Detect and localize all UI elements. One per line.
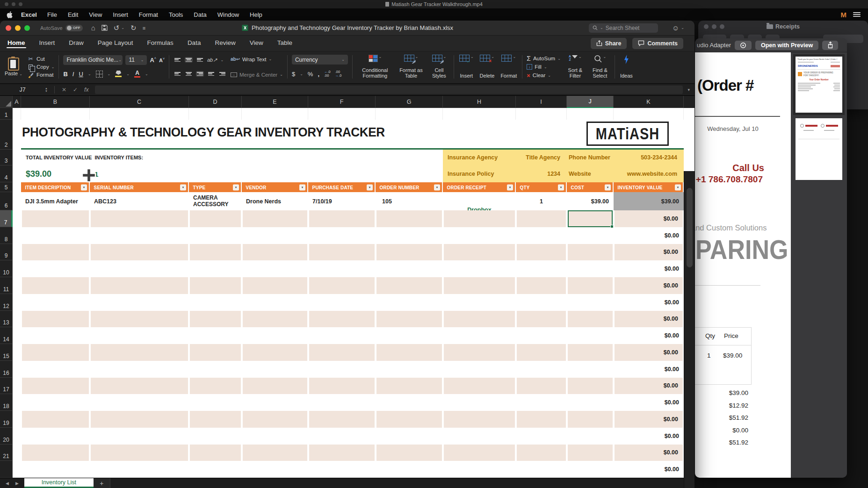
grid-cell[interactable] — [308, 361, 376, 378]
grid-cell[interactable] — [308, 277, 376, 294]
row-header-11[interactable]: 11 — [0, 277, 13, 294]
grid-cell[interactable] — [516, 277, 567, 294]
percent-format-icon[interactable]: % — [308, 71, 313, 78]
column-header-E[interactable]: E — [242, 96, 308, 108]
grid-cell[interactable] — [443, 294, 516, 311]
row-header-9[interactable]: 9 — [0, 244, 13, 261]
grid-cell[interactable] — [242, 344, 308, 361]
table-header-purchase-date[interactable]: PURCHASE DATE▼ — [308, 182, 376, 192]
grid-cell[interactable] — [189, 277, 242, 294]
apple-menu[interactable] — [7, 11, 13, 18]
tab-scroll-left-icon[interactable]: ◀ — [6, 481, 9, 486]
grid-cell[interactable] — [90, 394, 189, 411]
grid-cell[interactable] — [13, 344, 21, 361]
italic-button[interactable]: I — [72, 71, 74, 78]
ideas-button[interactable]: Ideas — [619, 54, 634, 79]
share-button[interactable]: Share — [591, 38, 627, 49]
column-header-G[interactable]: G — [376, 96, 443, 108]
cell-inventory-value-empty[interactable]: $0.00 — [614, 327, 684, 344]
align-center-icon[interactable] — [185, 71, 193, 77]
filter-dropdown-icon[interactable]: ▼ — [367, 184, 373, 190]
cell-inventory-value-empty[interactable]: $0.00 — [614, 227, 684, 244]
grid-cell[interactable] — [189, 311, 242, 328]
grid-cell[interactable] — [90, 411, 189, 428]
grid-cell[interactable] — [567, 277, 614, 294]
cell-inventory-value-empty[interactable]: $0.00 — [614, 428, 684, 445]
grid-cell[interactable] — [13, 461, 21, 478]
table-header-serial-number[interactable]: SERIAL NUMBER▼ — [90, 182, 189, 192]
grid-cell[interactable] — [242, 260, 308, 277]
grid-cell[interactable] — [242, 227, 308, 244]
total-value-label[interactable]: TOTAL INVENTORY VALUE — [26, 155, 92, 160]
open-with-preview-button[interactable]: Open with Preview — [755, 41, 818, 50]
menu-file[interactable]: File — [47, 11, 57, 18]
grid-cell[interactable] — [242, 361, 308, 378]
grid-cell[interactable] — [13, 108, 21, 120]
insert-function-icon[interactable]: fx — [84, 86, 89, 93]
row-header-19[interactable]: 19 — [0, 411, 13, 428]
cell-inventory-value-empty[interactable]: $0.00 — [614, 361, 684, 378]
cell-type[interactable]: CAMERA ACCESSORY — [189, 192, 242, 210]
cell-inventory-value-empty[interactable]: $0.00 — [614, 378, 684, 395]
row-header-7[interactable]: 7 — [0, 210, 13, 227]
copy-button[interactable]: Copy ⌄ — [27, 63, 55, 71]
grid-cell[interactable] — [567, 311, 614, 328]
number-format-select[interactable]: Currency⌄ — [292, 55, 348, 65]
grid-cell[interactable] — [308, 411, 376, 428]
cell-inventory-value-empty[interactable]: $0.00 — [614, 277, 684, 294]
grid-cell[interactable] — [308, 394, 376, 411]
page-thumbnail-1[interactable]: Thank you for your Drone Nerds Order! (O… — [796, 57, 842, 113]
grid-cell[interactable] — [13, 378, 21, 395]
vertical-scrollbar[interactable] — [684, 171, 694, 488]
grid-cell[interactable] — [13, 311, 21, 328]
row-header-14[interactable]: 14 — [0, 327, 13, 344]
grid-cell[interactable] — [516, 445, 567, 461]
grid-cell[interactable] — [13, 445, 21, 461]
currency-format-icon[interactable]: $ — [292, 71, 295, 78]
grid-cell[interactable] — [376, 311, 443, 328]
cell-K3[interactable]: 503-234-2344 — [614, 150, 684, 165]
cell-order-number[interactable]: 105 — [376, 192, 443, 210]
grid-cell[interactable] — [90, 277, 189, 294]
grid-cell[interactable] — [516, 411, 567, 428]
cell-I3[interactable]: Title Agency — [516, 150, 567, 165]
grid-cell[interactable] — [376, 244, 443, 261]
cell-inventory-value-empty[interactable]: $0.00 — [614, 344, 684, 361]
grid-cell[interactable] — [308, 445, 376, 461]
grid-cell[interactable] — [516, 344, 567, 361]
column-header-A[interactable]: A — [13, 96, 21, 108]
grid-cell[interactable] — [189, 411, 242, 428]
grid-cell[interactable] — [443, 277, 516, 294]
row-header-13[interactable]: 13 — [0, 311, 13, 328]
grid-cell[interactable] — [443, 311, 516, 328]
cell-inventory-value-empty[interactable]: $0.00 — [614, 311, 684, 328]
table-header-cost[interactable]: COST▼ — [567, 182, 614, 192]
ribbon-tab-view[interactable]: View — [249, 36, 264, 50]
grid-cell[interactable] — [308, 210, 376, 227]
column-header-F[interactable]: F — [308, 96, 376, 108]
grid-cell[interactable] — [567, 227, 614, 244]
filter-dropdown-icon[interactable]: ▼ — [233, 184, 239, 190]
grid-cell[interactable] — [90, 260, 189, 277]
column-header-D[interactable]: D — [189, 96, 242, 108]
grid-cell[interactable] — [443, 361, 516, 378]
row-header-5[interactable]: 5 — [0, 182, 13, 192]
align-right-icon[interactable] — [196, 71, 204, 77]
grid-cell[interactable] — [189, 344, 242, 361]
column-header-J[interactable]: J — [567, 96, 614, 108]
page-thumbnail-2[interactable] — [796, 118, 842, 180]
selected-cell-J7[interactable] — [567, 210, 614, 227]
grid-cell[interactable] — [90, 378, 189, 395]
share-sheet-button[interactable] — [822, 41, 838, 50]
grid-cell[interactable] — [567, 361, 614, 378]
grid-cell[interactable] — [443, 378, 516, 395]
row-header-21[interactable]: 21 — [0, 445, 13, 461]
menu-format[interactable]: Format — [139, 11, 158, 18]
grid-cell[interactable] — [13, 210, 21, 227]
grid-cell[interactable] — [516, 210, 567, 227]
filter-dropdown-icon[interactable]: ▼ — [434, 184, 440, 190]
cell-J4[interactable]: Website — [567, 165, 614, 182]
grid-cell[interactable] — [567, 461, 614, 478]
grid-cell[interactable] — [567, 244, 614, 261]
merge-center-button[interactable]: ↔Merge & Center ⌄ — [231, 71, 283, 79]
